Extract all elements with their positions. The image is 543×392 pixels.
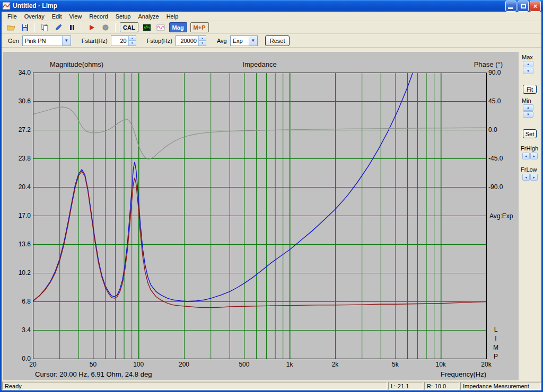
menu-view[interactable]: View bbox=[66, 13, 86, 20]
fstop-up-icon[interactable]: ▲ bbox=[199, 36, 206, 41]
impedance-plot[interactable] bbox=[33, 73, 487, 359]
status-left-level: L:-21.1 bbox=[388, 382, 423, 390]
menu-setup[interactable]: Setup bbox=[112, 13, 135, 20]
app-icon bbox=[2, 2, 11, 10]
folder-open-icon bbox=[7, 23, 15, 32]
frlow-stepper: ◄ ► bbox=[522, 174, 538, 181]
phase-tick-label: 90.0 bbox=[488, 69, 513, 76]
freq-tick-label: 5k bbox=[383, 361, 407, 368]
menu-record[interactable]: Record bbox=[85, 13, 111, 20]
max-label: Max bbox=[522, 54, 533, 60]
copy-button[interactable] bbox=[39, 22, 50, 33]
floppy-disk-icon bbox=[21, 23, 29, 32]
fstop-value: 20000 bbox=[176, 36, 198, 46]
frhigh-stepper: ◄ ► bbox=[522, 153, 538, 159]
limp-watermark: LIMP bbox=[492, 325, 500, 361]
mag-tick-label: 6.8 bbox=[3, 298, 31, 305]
max-up-icon[interactable]: ▲ bbox=[523, 61, 533, 67]
stop-button[interactable] bbox=[100, 22, 111, 33]
mag-tick-label: 27.2 bbox=[3, 126, 31, 133]
freq-tick-label: 200 bbox=[172, 361, 196, 368]
titlebar[interactable]: Untitled - Limp × bbox=[0, 0, 543, 12]
save-button[interactable] bbox=[20, 22, 30, 33]
phase-tick-label: 0.0 bbox=[488, 126, 513, 133]
fstart-up-icon[interactable]: ▲ bbox=[129, 36, 136, 41]
limp-letter: I bbox=[492, 334, 500, 343]
gen-label: Gen bbox=[8, 38, 19, 44]
fstop-stepper[interactable]: 20000 ▲ ▼ bbox=[176, 35, 206, 46]
limp-letter: M bbox=[492, 343, 500, 352]
scale-controls: Max ▲ ▼ Fit Min ▲ ▼ Set FrHigh ◄ ► FrLow… bbox=[520, 52, 542, 380]
frlow-left-icon[interactable]: ◄ bbox=[522, 174, 530, 181]
set-button[interactable]: Set bbox=[523, 129, 537, 138]
mag-tick-label: 10.2 bbox=[3, 269, 31, 277]
chevron-down-icon[interactable]: ▼ bbox=[62, 36, 71, 46]
magnitude-phase-mode-button[interactable]: M+P bbox=[190, 22, 209, 32]
frlow-label: FrLow bbox=[521, 166, 537, 173]
status-mode: Impedance Measurement bbox=[460, 382, 541, 390]
phase-tick-label: -90.0 bbox=[488, 183, 513, 191]
fstart-value: 20 bbox=[111, 36, 128, 46]
min-down-icon[interactable]: ▼ bbox=[523, 111, 533, 118]
mag-tick-label: 30.6 bbox=[3, 97, 31, 105]
edit-button[interactable] bbox=[53, 22, 64, 33]
frhigh-right-icon[interactable]: ► bbox=[530, 153, 538, 159]
calibrate-button[interactable]: CAL bbox=[120, 22, 138, 32]
max-down-icon[interactable]: ▼ bbox=[523, 68, 533, 74]
toolbar-separator bbox=[34, 23, 35, 32]
reset-button[interactable]: Reset bbox=[265, 35, 290, 46]
minimize-button[interactable] bbox=[505, 1, 516, 12]
generator-select[interactable]: Pink PN ▼ bbox=[22, 35, 71, 46]
fstart-down-icon[interactable]: ▼ bbox=[129, 41, 136, 46]
freq-tick-label: 10k bbox=[429, 361, 452, 368]
open-file-button[interactable] bbox=[6, 22, 16, 33]
pause-button[interactable] bbox=[67, 22, 77, 33]
menu-analyze[interactable]: Analyze bbox=[134, 13, 162, 20]
cursor-readout: Cursor: 20.00 Hz, 6.91 Ohm, 24.8 deg bbox=[35, 370, 152, 378]
min-stepper: ▲ ▼ bbox=[523, 104, 533, 118]
min-label: Min bbox=[522, 97, 531, 104]
menu-file[interactable]: File bbox=[4, 13, 21, 20]
chart-title: Impedance bbox=[33, 60, 486, 68]
menu-help[interactable]: Help bbox=[163, 13, 182, 20]
maximize-button[interactable] bbox=[518, 1, 529, 12]
curve-impedance-magnitude-overlay bbox=[33, 171, 487, 307]
freq-tick-label: 20 bbox=[21, 361, 45, 368]
max-stepper: ▲ ▼ bbox=[523, 61, 533, 75]
frlow-right-icon[interactable]: ► bbox=[530, 174, 538, 181]
averaging-indicator: Avg:Exp bbox=[489, 212, 513, 220]
mag-tick-label: 20.4 bbox=[3, 183, 31, 191]
freq-tick-label: 500 bbox=[232, 361, 256, 368]
freq-tick-label: 1k bbox=[278, 361, 301, 368]
record-play-icon bbox=[87, 23, 96, 32]
min-up-icon[interactable]: ▲ bbox=[523, 104, 533, 111]
frhigh-label: FrHigh bbox=[521, 145, 538, 152]
phase-tick-label: -45.0 bbox=[488, 155, 513, 162]
averaging-select[interactable]: Exp ▼ bbox=[230, 35, 258, 46]
copy-icon bbox=[40, 23, 49, 32]
limp-letter: L bbox=[492, 325, 500, 334]
spectrum-view-button[interactable] bbox=[142, 22, 152, 33]
curve-impedance-phase bbox=[33, 107, 487, 159]
fit-button[interactable]: Fit bbox=[523, 85, 537, 94]
chevron-down-icon[interactable]: ▼ bbox=[249, 36, 257, 46]
frhigh-left-icon[interactable]: ◄ bbox=[522, 153, 530, 159]
pen-icon bbox=[54, 23, 63, 32]
menu-edit[interactable]: Edit bbox=[48, 13, 66, 20]
close-button[interactable]: × bbox=[530, 1, 541, 12]
app-window: Untitled - Limp × FileOverlayEditViewRec… bbox=[0, 0, 543, 392]
freq-tick-label: 20k bbox=[475, 361, 498, 368]
sine-wave-icon bbox=[156, 23, 165, 32]
toolbar-separator bbox=[82, 23, 82, 32]
stop-circle-icon bbox=[101, 23, 110, 32]
record-button[interactable] bbox=[86, 22, 97, 33]
pause-icon bbox=[68, 23, 76, 32]
toolbar-main: CAL Mag M+P bbox=[2, 21, 541, 34]
fstart-stepper[interactable]: 20 ▲ ▼ bbox=[111, 35, 136, 46]
magnitude-mode-button[interactable]: Mag bbox=[169, 22, 187, 32]
right-axis-title: Phase (°) bbox=[474, 60, 503, 68]
signal-view-button[interactable] bbox=[155, 22, 166, 33]
status-right-level: R:-10.0 bbox=[424, 382, 459, 390]
menu-overlay[interactable]: Overlay bbox=[21, 13, 48, 20]
fstop-down-icon[interactable]: ▼ bbox=[199, 41, 206, 46]
